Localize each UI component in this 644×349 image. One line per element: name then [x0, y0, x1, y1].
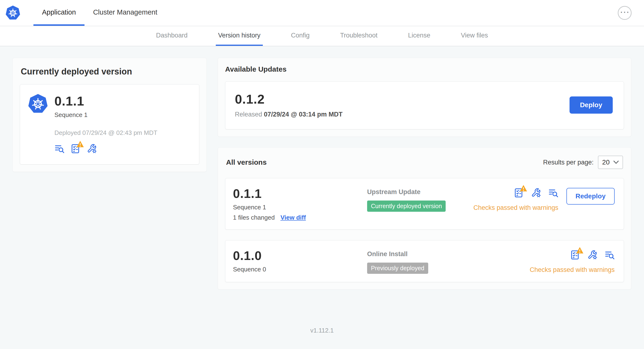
- deployed-version-actions: [54, 144, 157, 154]
- tab-license[interactable]: License: [406, 26, 433, 46]
- update-version-number: 0.1.2: [235, 92, 342, 106]
- version-row-0-1-0: 0.1.0 Sequence 0 Online Install Previous…: [225, 240, 624, 282]
- version-info: 0.1.0 Sequence 0: [233, 248, 367, 273]
- tab-cluster-management[interactable]: Cluster Management: [84, 0, 166, 26]
- files-changed-line: 1 files changed View diff: [233, 214, 367, 221]
- deployed-status-badge: Previously deployed: [367, 262, 428, 274]
- chevron-down-icon: [614, 161, 619, 164]
- view-diff-link[interactable]: View diff: [280, 214, 306, 221]
- main-content: Currently deployed version 0.1.1 Sequenc…: [0, 46, 644, 290]
- checks-block: Checks passed with warnings: [530, 250, 615, 274]
- redeploy-button[interactable]: Redeploy: [566, 188, 615, 204]
- tab-troubleshoot-label: Troubleshoot: [340, 32, 378, 39]
- checks-status[interactable]: Checks passed with warnings: [473, 204, 558, 212]
- current-version-title: Currently deployed version: [21, 66, 198, 77]
- right-column: Available Updates 0.1.2 Released 07/29/2…: [218, 58, 631, 290]
- deployed-version-panel: 0.1.1 Sequence 1 Deployed 07/29/24 @ 02:…: [20, 84, 199, 164]
- version-source: Online Install Previously deployed: [367, 248, 530, 274]
- config-values-icon[interactable]: [87, 144, 97, 154]
- deployed-timestamp: Deployed 07/29/24 @ 02:43 pm MDT: [54, 129, 157, 136]
- version-sequence: Sequence 0: [233, 266, 367, 273]
- deployed-version-info: 0.1.1 Sequence 1 Deployed 07/29/24 @ 02:…: [54, 94, 157, 154]
- kubernetes-logo-icon: [5, 5, 20, 20]
- preflight-checks-icon[interactable]: [570, 250, 580, 260]
- preflight-checks-icon[interactable]: [71, 144, 81, 154]
- app-screen: Application Cluster Management ⋯ Dashboa…: [0, 0, 644, 349]
- deployed-sequence: Sequence 1: [54, 111, 157, 119]
- checks-block: Checks passed with warnings: [473, 188, 558, 212]
- all-versions-header: All versions Results per page: 20: [226, 156, 623, 169]
- tab-config[interactable]: Config: [288, 26, 312, 46]
- app-logo-icon: [28, 94, 48, 114]
- available-updates-card: Available Updates 0.1.2 Released 07/29/2…: [218, 58, 631, 137]
- available-update-row: 0.1.2 Released 07/29/24 @ 03:14 pm MDT D…: [225, 82, 624, 130]
- deploy-logs-icon[interactable]: [54, 144, 64, 154]
- checks-status[interactable]: Checks passed with warnings: [530, 266, 615, 274]
- tab-cluster-management-label: Cluster Management: [93, 8, 157, 16]
- version-action-icons: [570, 250, 615, 260]
- results-per-page-value: 20: [602, 158, 610, 166]
- warning-triangle-icon: [520, 184, 527, 192]
- results-per-page: Results per page: 20: [543, 156, 623, 169]
- preflight-checks-icon[interactable]: [514, 188, 524, 198]
- tab-config-label: Config: [291, 32, 310, 39]
- warning-triangle-icon: [576, 246, 584, 254]
- config-values-icon[interactable]: [531, 188, 541, 198]
- ellipsis-icon: ⋯: [620, 7, 630, 17]
- app-subnav: Dashboard Version history Config Trouble…: [0, 26, 644, 46]
- results-per-page-label: Results per page:: [543, 159, 594, 166]
- results-per-page-select[interactable]: 20: [598, 156, 623, 169]
- version-number: 0.1.1: [233, 186, 367, 201]
- version-sequence: Sequence 1: [233, 204, 367, 211]
- config-values-icon[interactable]: [588, 250, 598, 260]
- more-menu-button[interactable]: ⋯: [618, 6, 632, 20]
- all-versions-title: All versions: [226, 158, 266, 166]
- tab-application-label: Application: [42, 8, 76, 16]
- tab-view-files[interactable]: View files: [458, 26, 490, 46]
- available-updates-title: Available Updates: [225, 65, 624, 73]
- version-actions: Checks passed with warnings Redeploy: [473, 186, 615, 212]
- tab-version-history-label: Version history: [218, 32, 260, 39]
- update-released-line: Released 07/29/24 @ 03:14 pm MDT: [235, 111, 342, 118]
- tab-version-history[interactable]: Version history: [216, 26, 263, 46]
- tab-view-files-label: View files: [461, 32, 488, 39]
- tab-troubleshoot[interactable]: Troubleshoot: [338, 26, 380, 46]
- deploy-logs-icon[interactable]: [604, 250, 615, 260]
- primary-nav: Application Cluster Management: [34, 0, 166, 26]
- version-info: 0.1.1 Sequence 1 1 files changed View di…: [233, 186, 367, 221]
- all-versions-card: All versions Results per page: 20 0.1.1 …: [218, 147, 631, 290]
- source-label: Online Install: [367, 250, 530, 258]
- top-navbar: Application Cluster Management ⋯: [0, 0, 644, 26]
- app-version-label: v1.112.1: [310, 327, 334, 334]
- version-row-0-1-1: 0.1.1 Sequence 1 1 files changed View di…: [225, 178, 624, 230]
- files-changed: 1 files changed: [233, 214, 275, 221]
- deploy-button[interactable]: Deploy: [570, 96, 613, 114]
- released-date: 07/29/24 @ 03:14 pm MDT: [264, 111, 342, 118]
- deployed-status-badge: Currently deployed version: [367, 200, 446, 212]
- version-actions: Checks passed with warnings: [530, 248, 615, 274]
- released-label: Released: [235, 111, 262, 118]
- deployed-version-number: 0.1.1: [54, 94, 157, 108]
- version-number: 0.1.0: [233, 248, 367, 263]
- source-label: Upstream Update: [367, 188, 473, 196]
- tab-license-label: License: [408, 32, 430, 39]
- version-source: Upstream Update Currently deployed versi…: [367, 186, 473, 212]
- tab-dashboard-label: Dashboard: [156, 32, 188, 39]
- update-info: 0.1.2 Released 07/29/24 @ 03:14 pm MDT: [235, 92, 342, 118]
- tab-application[interactable]: Application: [34, 0, 84, 26]
- deploy-logs-icon[interactable]: [548, 188, 558, 198]
- footer: v1.112.1: [0, 317, 644, 349]
- current-version-card: Currently deployed version 0.1.1 Sequenc…: [12, 58, 207, 172]
- warning-triangle-icon: [76, 140, 84, 148]
- tab-dashboard[interactable]: Dashboard: [154, 26, 190, 46]
- version-action-icons: [514, 188, 558, 198]
